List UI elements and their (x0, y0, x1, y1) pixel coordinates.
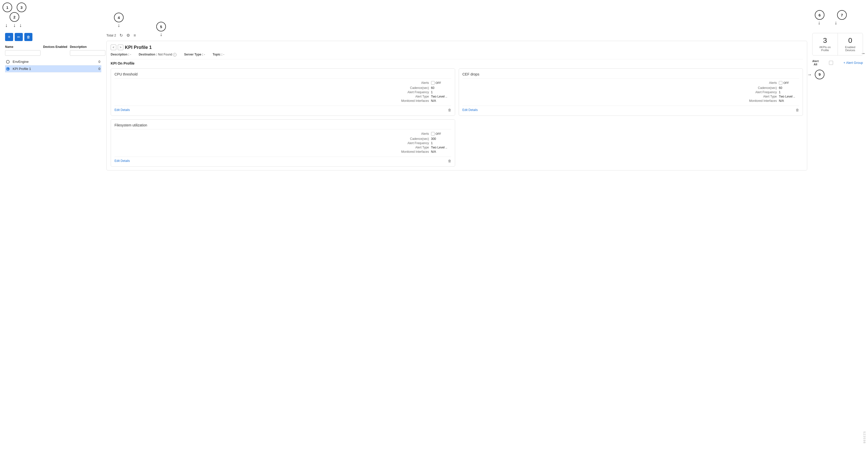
alert-all-container: AlertAll (812, 60, 818, 66)
cef-freq-value: 1 (779, 90, 799, 94)
name-column-header: Name (5, 45, 40, 49)
annotation-9: 9 (818, 72, 820, 77)
profile-row-envengine[interactable]: EnvEngine 0 (5, 58, 101, 65)
profile-name-kpi-profile-1: KPI Profile 1 (11, 67, 85, 71)
kpi-card-cef-footer: Edit Details 🗑 (463, 105, 799, 112)
fs-alerts-label: Alerts (421, 132, 429, 136)
profile-count-kpi-profile-1: 0 (85, 67, 100, 71)
cef-cadence-value: 60 (779, 86, 799, 90)
stats-container: 3 #KPIs on Profile 0 Enabled Devices (812, 33, 863, 56)
edit-button[interactable]: ✏ (15, 33, 23, 41)
kpi-card-filesystem: Filesystem utilization Alerts OFF Cadenc… (111, 119, 455, 167)
alert-all-checkbox[interactable] (829, 61, 833, 65)
kpi-on-profile-label: KPI On Profile (111, 59, 803, 65)
cef-type-value: Two Level .. (779, 95, 799, 98)
description-filter-input[interactable] (70, 50, 105, 56)
info-icon[interactable]: i (173, 53, 177, 57)
fs-type-value: Two Level .. (431, 146, 451, 149)
cpu-cadence-label: Cadence(sec) (410, 86, 429, 90)
cef-interfaces-value: N/A (779, 99, 799, 102)
total-label: Total 2 (106, 33, 116, 37)
profile-detail-panel: 5 ↓ < > KPI Profile 1 Description : - De… (106, 41, 807, 171)
prev-profile-btn[interactable]: < (111, 44, 116, 50)
fs-edit-details-link[interactable]: Edit Details (115, 159, 130, 163)
radio-kpi-profile-1[interactable] (6, 67, 10, 71)
refresh-icon[interactable]: ↻ (120, 33, 123, 38)
cpu-alerts-label: Alerts (421, 81, 429, 85)
settings-icon[interactable]: ⚙ (126, 33, 130, 38)
alert-all-label: AlertAll (812, 60, 818, 66)
cpu-type-label: Alert Type (415, 95, 429, 98)
annotation-2: 2 (13, 15, 16, 19)
kpis-stat-box: 3 #KPIs on Profile (812, 33, 838, 55)
trash-icon: 🗑 (27, 35, 30, 39)
fs-freq-label: Alert Frequency (407, 141, 429, 145)
profile-title: KPI Profile 1 (125, 45, 152, 50)
kpi-fields-cpu: Alerts OFF Cadence(sec) 60 Alert Freque (115, 81, 451, 102)
cpu-edit-details-link[interactable]: Edit Details (115, 108, 130, 112)
right-panel: 6 7 ↓ ↓ 3 #KPIs on Profile 0 Enabled Dev… (812, 33, 863, 66)
kpi-card-cef-title: CEF drops (463, 72, 799, 79)
fs-freq-value: 1 (431, 141, 451, 145)
next-profile-btn[interactable]: > (118, 44, 123, 50)
cef-interfaces-label: Monitored Interfaces (749, 99, 777, 102)
cef-type-label: Alert Type (763, 95, 777, 98)
fs-delete-icon[interactable]: 🗑 (448, 159, 451, 163)
fs-cadence-value: 300 (431, 137, 451, 141)
cpu-alerts-value: OFF (431, 81, 451, 85)
toolbar: + ✏ 🗑 (5, 33, 101, 41)
cef-edit-details-link[interactable]: Edit Details (463, 108, 478, 112)
profile-nav: < > KPI Profile 1 (111, 44, 803, 50)
name-filter-input[interactable] (5, 50, 40, 56)
cef-cadence-label: Cadence(sec) (758, 86, 777, 90)
profile-row-kpi-profile-1[interactable]: KPI Profile 1 0 (5, 65, 101, 72)
fs-cadence-label: Cadence(sec) (410, 137, 429, 141)
cpu-freq-value: 1 (431, 90, 451, 94)
profile-name-envengine: EnvEngine (11, 60, 85, 64)
filter-icon[interactable]: ≡ (133, 33, 136, 38)
kpi-card-cpu-title: CPU threshold (115, 72, 451, 79)
fs-interfaces-value: N/A (431, 150, 451, 154)
topic-value: - (223, 53, 224, 56)
annotation-4: 4 (118, 16, 120, 20)
kpis-count: 3 (815, 37, 835, 44)
profile-list: EnvEngine 0 KPI Profile 1 0 (5, 58, 101, 72)
cpu-freq-label: Alert Frequency (407, 90, 429, 94)
delete-button[interactable]: 🗑 (24, 33, 32, 41)
kpi-card-cef: CEF drops Alerts OFF Cadence(sec) 60 (459, 68, 803, 116)
left-panel: + ✏ 🗑 Name Devices Enabled Description (5, 33, 101, 72)
annotation-1: 1 (6, 5, 8, 10)
cpu-interfaces-label: Monitored Interfaces (401, 99, 429, 102)
add-button[interactable]: + (5, 33, 13, 41)
kpi-card-cpu: CPU threshold Alerts OFF Cadence(sec) 60 (111, 68, 455, 116)
middle-toolbar: Total 2 ↻ ⚙ ≡ (106, 33, 807, 38)
annotation-6: 6 (818, 13, 820, 17)
topic-label: Topic : (213, 53, 222, 56)
cpu-delete-icon[interactable]: 🗑 (448, 108, 451, 112)
devices-stat-box: 0 Enabled Devices (838, 33, 863, 55)
description-column-header: Description (70, 45, 105, 49)
devices-label: Enabled Devices (840, 46, 860, 52)
watermark: 523598 (863, 431, 866, 444)
destination-value: Not Found (158, 53, 172, 56)
devices-count: 0 (840, 37, 860, 44)
kpi-card-cpu-footer: Edit Details 🗑 (115, 105, 451, 112)
annotation-7: 7 (841, 13, 843, 17)
devices-enabled-column-header: Devices Enabled (42, 45, 68, 49)
kpis-label: #KPIs on Profile (815, 46, 835, 52)
kpi-fields-cef: Alerts OFF Cadence(sec) 60 Alert Freque (463, 81, 799, 102)
kpi-card-filesystem-footer: Edit Details 🗑 (115, 157, 451, 163)
fs-type-label: Alert Type (415, 146, 429, 149)
profile-meta: Description : - Destination : Not Found … (111, 53, 803, 57)
kpi-card-filesystem-title: Filesystem utilization (115, 123, 451, 129)
description-label: Description : (111, 53, 129, 56)
add-alert-group-button[interactable]: + Alert Group (843, 61, 863, 65)
fs-alerts-value: OFF (431, 132, 451, 136)
destination-label: Destination : (139, 53, 157, 56)
kpi-fields-filesystem: Alerts OFF Cadence(sec) 300 Alert Frequ (115, 132, 451, 154)
cef-delete-icon[interactable]: 🗑 (796, 108, 799, 112)
cpu-interfaces-value: N/A (431, 99, 451, 102)
profile-count-envengine: 0 (85, 60, 100, 64)
annotation-5: 5 (160, 25, 162, 29)
radio-envengine[interactable] (6, 60, 10, 64)
